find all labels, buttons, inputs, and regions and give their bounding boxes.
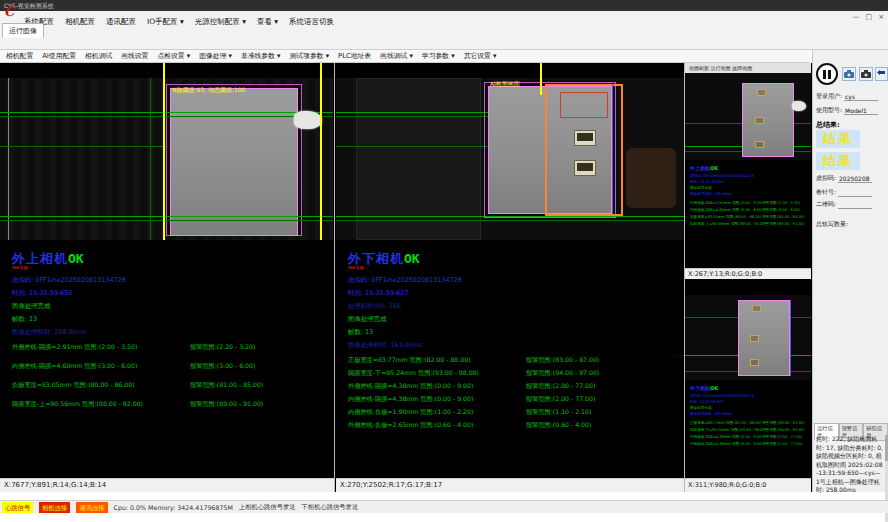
alarm-range: 报警范围:(3.00 - 6.00) [762,208,808,212]
alarm-range: 报警范围:(3.00 - 6.00) [190,362,255,371]
middle-code: 虚拟码: 0FF1ine2025020813134728 [348,276,462,285]
code-value-field[interactable]: 20250208 [838,175,872,183]
mini2-camera-result: 外下相机OK [690,385,718,391]
left-code: 虚拟码: 0FF1ine2025020813134728 [12,276,126,285]
measure-row: 外侧差线-负极=2.65mm 范围:(0.60 - 4.00) 报警范围:(0.… [348,421,591,430]
alarm-range: 报警范围:(81.00 - 85.00) [190,381,263,390]
qr-row: 二维码: [816,200,872,209]
measure-value: 外侧差线-负极=2.65mm 范围:(0.60 - 4.00) [348,421,526,430]
toolbar-line-setting[interactable]: 画线设置 [121,51,148,61]
middle-camera-ok: OK [404,251,420,266]
mini-measure-row: 外侧差线-隔膜=2.91mm 范围:(2.00 - 3.50) 报警范围:(2.… [690,201,808,205]
alarm-range: 报警范围:(0.60 - 4.00) [526,421,591,430]
mini1-time: 时间: 13-31-59-650 [690,180,808,184]
pin-value-field[interactable] [838,196,872,197]
menu-item-light-config[interactable]: 光源控制配置 ▾ [195,17,246,27]
exit-button[interactable] [875,67,888,81]
pin-label: 卷针号: [816,188,836,197]
threshold-label: N路阈值:93, 动态阈值:100 [172,86,245,95]
menu-item-view[interactable]: 查看 ▾ [257,17,278,27]
electrode-region [170,88,298,236]
tape-blob [792,101,806,111]
left-done: 图像处理完成 [12,302,50,311]
toolbar-learn-params[interactable]: 学习参数 ▾ [422,51,455,61]
close-icon[interactable]: × [878,13,884,21]
alarm-range: 报警范围:(2.00 - 77.00) [762,435,808,439]
toolbar-other-setting[interactable]: 其它设置 ▾ [464,51,497,61]
measure-value: 内侧差线-隔膜=4.38mm 范围:(0.00 - 9.00) [690,442,762,446]
toolbar-camera-debug[interactable]: 相机调试 [85,51,112,61]
mini2-code: 虚拟码: 0FF1ine2025020813134728 [690,394,808,398]
menu-item-language[interactable]: 系统语言切换 [289,17,334,27]
mini2-camera-name: 外下相机 [690,385,710,391]
annotation-box [755,117,764,124]
camera-snapshot-button[interactable] [859,67,873,81]
pause-button[interactable] [816,63,838,85]
mini1-camera-name: 外上相机 [690,165,710,171]
measure-value: 外侧差线-隔膜=4.38mm 范围:(0.00 - 9.00) [690,435,762,439]
camera-icon [844,70,854,78]
toolbar-baseline-params[interactable]: 基准线参数 ▾ [241,51,281,61]
mini-measure-row: 隔膜宽度-下=95.24mm 范围:(93.00 - 98.00) 报警范围:(… [690,428,808,432]
alarm-range: 报警范围:(81.00 - 85.00) [762,215,808,219]
toolbar-spotcheck-setting[interactable]: 点检设置 ▾ [157,51,190,61]
toolbar-plc-table[interactable]: PLC地址表 [338,51,371,61]
toolbar-image-process[interactable]: 图像处理 ▾ [199,51,232,61]
comm-link-badge: 通讯连接 [76,502,107,513]
measure-row: 正极宽度=83.77mm 范围:(82.00 - 88.00) 报警范围:(83… [348,356,599,365]
alarm-range: 报警范围:(89.00 - 91.00) [190,400,263,409]
alarm-range: 报警范围:(94.00 - 97.00) [762,428,808,432]
edge-marker-blue [612,84,613,214]
model-row: 使用型号: Model1 [816,106,878,115]
left-panel-statusbar: X:7677;Y:891;R:14;G:14;B:14 [0,478,334,492]
pin-row: 卷针号: [816,188,872,197]
annotation-box [750,359,759,366]
alarm-range: 报警范围:(89.00 - 91.00) [762,222,808,226]
mini-camera-image-1[interactable] [685,73,811,160]
toolbar-line-debug[interactable]: 画线调试 ▾ [380,51,413,61]
lower-camera-heartbeat-text: 下相机心跳信号发送 [302,503,359,512]
electrode-region [742,83,794,157]
menu-item-io-config[interactable]: IO手配置 ▾ [147,17,184,27]
alarm-range: 报警范围:(83.00 - 87.00) [526,356,599,365]
menu-item-comm-config[interactable]: 通讯配置 [106,17,136,27]
alarm-range: 报警范围:(94.00 - 97.00) [526,369,599,378]
defect-highlight [574,160,596,176]
measure-line [0,146,166,147]
app-logo-icon: C [4,4,14,19]
measure-value: 内侧差线-隔膜=4.60mm 范围:(3.00 - 6.00) [690,208,762,212]
measure-line [0,216,333,217]
camera-capture-button[interactable] [842,67,856,81]
menu-item-camera-config[interactable]: 相机配置 [65,17,95,27]
middle-elapsed: 图像处理耗时: 163.00ms [348,341,422,350]
toolbar-test-params[interactable]: 测试项参数 ▾ [290,51,330,61]
toolbar-ai-config[interactable]: AI使用配置 [42,51,76,61]
left-camera-name: 外上相机 [12,251,68,266]
qr-value-field[interactable] [838,208,872,209]
mini-measure-row: 隔膜宽度-上=90.56mm 范围:(88.00 - 92.00) 报警范围:(… [690,222,808,226]
measure-value: 负极宽度=83.05mm 范围:(80.00 - 86.00) [690,215,762,219]
login-value-field[interactable]: cys [844,93,878,101]
login-row: 登录用户: cys [816,92,878,101]
measure-value: 隔膜宽度-下=95.24mm 范围:(93.00 - 98.00) [690,428,762,432]
model-value-field[interactable]: Model1 [844,107,878,115]
edge-marker-yellow [320,63,322,240]
tape-blob [294,111,322,129]
annotation-box [757,89,766,96]
alarm-range: 报警范围:(1.10 - 2.10) [526,408,591,417]
measure-value: 内侧差线-负极=1.90mm 范围:(1.00 - 2.20) [348,408,526,417]
mini2-statusbar: X:311;Y:980;R:0;G:0;B:0 [685,478,811,492]
measure-value: 内侧差线-隔膜=4.60mm 范围:(3.00 - 6.00) [12,362,190,371]
tab-run-image[interactable]: 运行图像 [2,23,44,38]
mini1-elapsed: 图像处理耗时: 258.00ms [690,192,808,196]
middle-camera-image[interactable]: AI检测画面 [336,78,684,240]
toolbar-camera-config[interactable]: 相机配置 [6,51,33,61]
mini-measure-row: 内侧差线-隔膜=4.60mm 范围:(3.00 - 6.00) 报警范围:(3.… [690,208,808,212]
right-column-header[interactable]: 画面刷新 运行画面 故障画面 [685,63,811,73]
maximize-icon[interactable]: □ [866,13,873,21]
electrode-region [738,300,790,376]
minimize-icon[interactable]: — [853,13,860,21]
left-camera-image[interactable]: N路阈值:93, 动态阈值:100 [0,78,333,240]
cpu-memory-text: Cpu: 0.0% Memory: 3424.41796875M [114,504,233,511]
mini-camera-image-2[interactable] [685,295,811,380]
